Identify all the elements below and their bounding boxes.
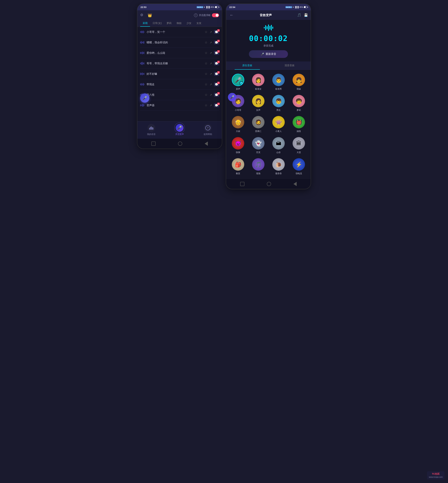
tab-3[interactable]: 御姐 <box>174 20 184 27</box>
new-badge-6: 新 <box>217 92 220 95</box>
voice-item-2[interactable]: 爱你哟，么么哒 ☆ ↗ 💬 新 <box>140 48 219 58</box>
effect-biaozhunv[interactable]: 👩 标准女 <box>248 71 268 93</box>
effect-kongling[interactable]: 👻 空灵 <box>248 135 268 156</box>
sys-nav-circle-1[interactable] <box>178 142 182 146</box>
effect-jingsu[interactable]: 😈 惊悚 <box>228 135 248 156</box>
effect-waiguoren[interactable]: 🧔 歪果仁 <box>248 114 268 135</box>
export-icon-2[interactable]: ↗ <box>210 51 212 55</box>
floating-frame-label: 开启悬浮框 <box>199 14 210 17</box>
re-record-button[interactable]: 🎤 重新录音 <box>249 50 288 58</box>
playlist-icon[interactable]: 🎵 <box>297 13 301 17</box>
export-icon-6[interactable]: ↗ <box>210 93 212 97</box>
tab-0[interactable]: 呆萌 <box>140 20 150 27</box>
effect-xianchang[interactable]: 🎵 现场 <box>248 156 268 177</box>
effect-yuansheng[interactable]: 🎤 🎤 原声 <box>228 71 248 93</box>
effect-xiaohuangren[interactable]: 👾 小黄人 <box>268 114 289 135</box>
svg-rect-2 <box>151 127 152 130</box>
effect-gaoguai[interactable]: 👹 搞怪 <box>289 114 309 135</box>
new-badge-5: 新 <box>217 82 220 84</box>
sys-nav-triangle-1[interactable] <box>205 142 208 146</box>
voice-item-5[interactable]: 带我走 ☆ ↗ 💬 新 <box>140 79 219 90</box>
floating-frame-toggle[interactable] <box>212 13 219 17</box>
star-icon-0[interactable]: ☆ <box>205 30 208 34</box>
effect-label-18: 慢吞吞 <box>275 172 282 175</box>
floating-mic-button[interactable]: 🎤 <box>140 93 149 103</box>
effect-emoji-9: 🧔 <box>255 119 262 125</box>
battery-icon-2 <box>304 6 307 8</box>
tab-1[interactable]: 日常(女) <box>150 20 164 27</box>
tab-4[interactable]: 少女 <box>184 20 194 27</box>
settings-icon[interactable]: ⚙ <box>140 13 145 18</box>
chat-badge-6[interactable]: 💬 新 <box>214 93 219 97</box>
export-icon-3[interactable]: ↗ <box>210 62 212 65</box>
star-icon-3[interactable]: ☆ <box>205 62 208 65</box>
svg-rect-1 <box>150 127 151 130</box>
help-icon[interactable]: ? <box>194 14 198 17</box>
sys-nav-triangle-2[interactable] <box>294 182 297 186</box>
star-icon-6[interactable]: ☆ <box>205 93 208 97</box>
floating-mic2-icon: 🎤 <box>230 95 234 99</box>
voice-item-4[interactable]: 好不好嘛 ☆ ↗ 💬 新 <box>140 69 219 79</box>
sys-nav-square-2[interactable] <box>240 182 244 186</box>
floating-mic2[interactable]: 🎤 <box>228 93 236 101</box>
voice-item-0[interactable]: 小哥哥，笑一个 ☆ ↗ 💬 新 <box>140 27 219 37</box>
export-icon-5[interactable]: ↗ <box>210 83 212 86</box>
phone2-header: ← 音效变声 🎵 💾 <box>226 10 311 20</box>
star-icon-7[interactable]: ☆ <box>205 103 208 107</box>
back-button[interactable]: ← <box>229 12 234 18</box>
effect-shangu[interactable]: 🏔 山谷 <box>268 135 289 156</box>
effect-label-7: 萝莉 <box>297 109 301 112</box>
star-icon-1[interactable]: ☆ <box>205 40 208 44</box>
voice-item-1[interactable]: 嗯嗯，我会听话的 ☆ ↗ 💬 新 <box>140 37 219 48</box>
voice-item-6[interactable]: 丑八怪 ☆ ↗ 💬 新 <box>140 90 219 100</box>
effect-biaozhunn[interactable]: 👨 标准男 <box>268 71 289 93</box>
tab-5[interactable]: 女友 <box>194 20 204 27</box>
effect-avatar-13: 👻 <box>252 137 264 150</box>
bottom-nav: 我的语音 🎤 开启变声 ? 使用帮助 <box>137 121 222 139</box>
bottom-nav-help[interactable]: ? 使用帮助 <box>200 124 216 136</box>
effect-qiangdianliu[interactable]: ⚡ 强电流 <box>289 156 309 177</box>
export-icon-7[interactable]: ↗ <box>210 104 212 107</box>
tab-2[interactable]: 萝莉 <box>164 20 174 27</box>
effect-dashu[interactable]: 👴 大叔 <box>228 114 248 135</box>
voice-item-3[interactable]: 哥哥，带我去买糖 ☆ ↗ 💬 新 <box>140 58 219 69</box>
chat-badge-7[interactable]: 💬 新 <box>214 103 219 107</box>
bottom-nav-start-voice[interactable]: 🎤 开启变声 <box>172 124 188 136</box>
effect-label-0: 原声 <box>236 87 240 91</box>
export-icon-0[interactable]: ↗ <box>210 30 212 34</box>
signal-bars: ▐▐▐ <box>206 6 210 8</box>
effect-mantuntun[interactable]: 🐌 慢吞吞 <box>268 156 289 177</box>
voice-item-7[interactable]: 变声器 ☆ ↗ 💬 新 <box>140 100 219 111</box>
item-actions-2: ☆ ↗ 💬 新 <box>205 51 219 55</box>
chat-badge-1[interactable]: 💬 新 <box>214 40 219 44</box>
effect-luoli[interactable]: 🧒 萝莉 <box>289 93 309 114</box>
effect-avatar-7: 🧒 <box>293 95 305 107</box>
effect-nvsheng[interactable]: 👩 女声 <box>248 93 268 114</box>
chat-badge-2[interactable]: 💬 新 <box>214 51 219 55</box>
effect-mengmei[interactable]: 👧 萌妹 <box>289 71 309 93</box>
battery-percent: 45% <box>210 6 214 8</box>
phone-1: 22:53 VoLTE 2 ▾ ▐▐▐ 45% ⚙ 👑 ? 开启悬浮框 呆萌 日… <box>137 4 222 149</box>
effect-datang[interactable]: 🏛 大堂 <box>289 135 309 156</box>
chat-badge-5[interactable]: 💬 新 <box>214 82 219 86</box>
effect-avatar-12: 😈 <box>232 137 244 150</box>
effect-nansheng[interactable]: 👦 男生 <box>268 93 289 114</box>
effect-label-12: 惊悚 <box>236 151 240 154</box>
effect-jiaoshi[interactable]: 🎒 教室 <box>228 156 248 177</box>
battery-icon-1 <box>215 6 219 8</box>
chat-badge-0[interactable]: 💬 新 <box>214 30 219 34</box>
chat-badge-4[interactable]: 💬 新 <box>214 72 219 76</box>
effects-tab-1[interactable]: 混音音效 <box>268 62 311 70</box>
star-icon-5[interactable]: ☆ <box>205 82 208 86</box>
chat-badge-3[interactable]: 💬 新 <box>214 62 219 65</box>
crown-icon[interactable]: 👑 <box>147 12 152 18</box>
star-icon-4[interactable]: ☆ <box>205 72 208 76</box>
export-icon-4[interactable]: ↗ <box>210 72 212 76</box>
sys-nav-circle-2[interactable] <box>267 182 271 186</box>
effects-tab-0[interactable]: 原生音效 <box>226 62 268 70</box>
save-icon[interactable]: 💾 <box>304 13 308 17</box>
export-icon-1[interactable]: ↗ <box>210 41 212 44</box>
star-icon-2[interactable]: ☆ <box>205 51 208 55</box>
sys-nav-square-1[interactable] <box>151 142 156 146</box>
bottom-nav-my-voice[interactable]: 我的语音 <box>143 124 159 136</box>
